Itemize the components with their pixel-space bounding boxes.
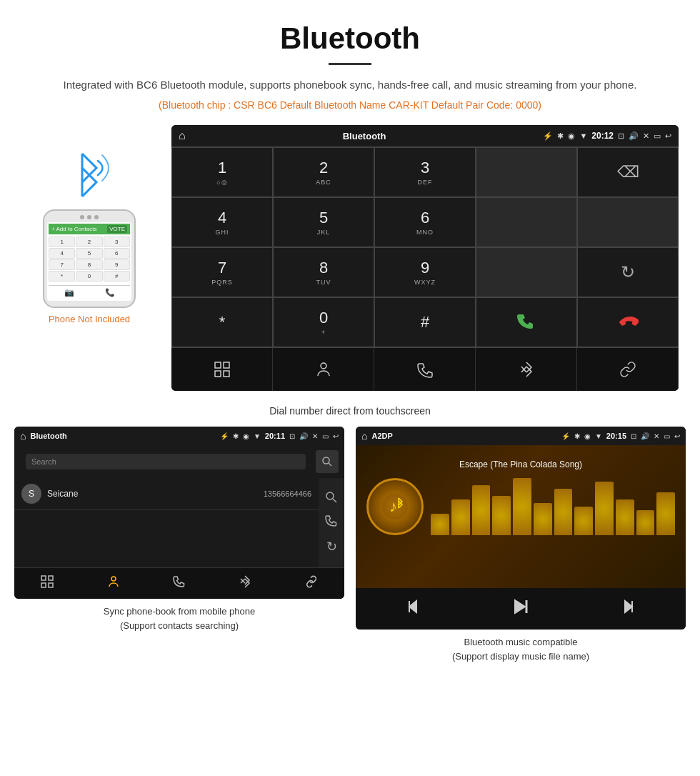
page-title: Bluetooth — [43, 21, 657, 56]
phone-key-hash[interactable]: # — [104, 271, 130, 282]
eq-bar-7 — [574, 507, 593, 535]
eq-bar-10 — [636, 510, 655, 535]
phone-key-8[interactable]: 8 — [76, 259, 102, 270]
music-camera-icon[interactable]: ⊡ — [631, 432, 636, 440]
svg-rect-12 — [41, 576, 46, 580]
monitor-icon[interactable]: ▭ — [654, 131, 661, 141]
dialpad-key-3[interactable]: 3DEF — [374, 147, 476, 197]
music-album-art: ♪ — [366, 478, 424, 535]
pb-bottom-link-icon[interactable] — [279, 568, 344, 599]
phone-key-1[interactable]: 1 — [49, 237, 75, 247]
pb-contact-number: 13566664466 — [264, 489, 311, 498]
pb-camera-icon[interactable]: ⊡ — [289, 432, 295, 440]
music-home-icon[interactable]: ⌂ — [361, 430, 367, 442]
svg-rect-2 — [224, 362, 229, 368]
caption-dial: Dial number direct from touchscreen — [0, 405, 700, 417]
svg-point-5 — [321, 363, 326, 369]
dialpad-key-1[interactable]: 1⌂◎ — [171, 147, 273, 197]
dialpad-key-2[interactable]: 2ABC — [273, 147, 374, 197]
dialpad-key-7[interactable]: 7PQRS — [171, 247, 273, 297]
pb-bottom-person-icon[interactable] — [80, 568, 146, 599]
phone-key-2[interactable]: 2 — [76, 237, 102, 247]
music-prev-btn[interactable] — [406, 597, 426, 621]
dialpad-sync[interactable]: ↻ — [577, 247, 679, 297]
svg-text:♪: ♪ — [389, 497, 397, 515]
phone-key-4[interactable]: 4 — [49, 248, 75, 259]
pb-side-phone-icon[interactable] — [325, 514, 338, 530]
music-next-btn[interactable] — [615, 597, 635, 621]
svg-point-8 — [323, 457, 329, 464]
pb-vol-icon[interactable]: 🔊 — [299, 432, 308, 440]
svg-rect-4 — [224, 371, 229, 377]
phone-key-star[interactable]: * — [49, 271, 75, 282]
dialpad-empty-3 — [577, 197, 679, 247]
music-statusbar: ⌂ A2DP ⚡ ✱ ◉ ▼ 20:15 ⊡ 🔊 ✕ ▭ ↩ — [356, 427, 686, 445]
dialpad-key-star[interactable]: * — [171, 297, 273, 347]
pb-search-placeholder: Search — [31, 457, 56, 466]
bluetooth-signal-graphic — [61, 146, 118, 204]
dialpad-empty-1 — [476, 147, 577, 197]
pb-side-search-icon[interactable] — [325, 491, 338, 507]
dialpad-key-hash[interactable]: # — [374, 297, 476, 347]
close-screen-icon[interactable]: ✕ — [643, 131, 649, 141]
bottom-icon-phone[interactable] — [374, 348, 476, 391]
pb-close-icon[interactable]: ✕ — [312, 432, 318, 440]
page-header: Bluetooth Integrated with BC6 Bluetooth … — [0, 0, 700, 118]
phonebook-col: ⌂ Bluetooth ⚡ ✱ ◉ ▼ 20:11 ⊡ 🔊 ✕ ▭ ↩ Sear… — [14, 427, 344, 663]
phonebook-screen: ⌂ Bluetooth ⚡ ✱ ◉ ▼ 20:11 ⊡ 🔊 ✕ ▭ ↩ Sear… — [14, 427, 344, 599]
music-monitor-icon[interactable]: ▭ — [664, 432, 670, 440]
pb-search-bar[interactable]: Search — [26, 454, 306, 469]
music-vol-icon[interactable]: 🔊 — [641, 432, 649, 440]
bottom-icon-bluetooth[interactable] — [476, 348, 577, 391]
phone-key-9[interactable]: 9 — [104, 259, 130, 270]
dialpad-call-red[interactable] — [577, 297, 679, 347]
dialpad-key-9[interactable]: 9WXYZ — [374, 247, 476, 297]
phone-key-3[interactable]: 3 — [104, 237, 130, 247]
bottom-icon-grid[interactable] — [171, 348, 273, 391]
svg-marker-22 — [409, 601, 416, 612]
pb-search-icon[interactable] — [316, 450, 339, 473]
home-icon[interactable]: ⌂ — [179, 129, 186, 142]
music-playpause-btn[interactable] — [511, 597, 531, 621]
back-icon[interactable]: ↩ — [665, 131, 671, 141]
dialpad-key-5[interactable]: 5JKL — [273, 197, 374, 247]
pb-bt-icon: ✱ — [233, 432, 239, 440]
pb-statusbar: ⌂ Bluetooth ⚡ ✱ ◉ ▼ 20:11 ⊡ 🔊 ✕ ▭ ↩ — [14, 427, 344, 445]
phone-screen-topbar: + Add to Contacts VOTE — [49, 224, 130, 234]
pb-time: 20:11 — [265, 432, 285, 440]
volume-icon[interactable]: 🔊 — [629, 131, 639, 141]
pb-bottom-grid-icon[interactable] — [14, 568, 80, 599]
camera-icon[interactable]: ⊡ — [618, 131, 624, 141]
signal-icon: ▼ — [579, 131, 587, 140]
dialpad-key-4[interactable]: 4GHI — [171, 197, 273, 247]
phone-screen-btn: VOTE — [107, 225, 127, 233]
pb-home-icon[interactable]: ⌂ — [20, 430, 26, 442]
phone-not-included-label: Phone Not Included — [49, 314, 130, 324]
dialpad-backspace[interactable]: ⌫ — [577, 147, 679, 197]
pb-monitor-icon[interactable]: ▭ — [322, 432, 329, 440]
music-loc-icon: ◉ — [584, 432, 591, 440]
phone-key-5[interactable]: 5 — [76, 248, 102, 259]
dialpad-key-8[interactable]: 8TUV — [273, 247, 374, 297]
music-back-icon[interactable]: ↩ — [674, 432, 680, 440]
music-close-icon[interactable]: ✕ — [654, 432, 659, 440]
pb-bottom-bt-icon[interactable] — [212, 568, 278, 599]
time-display: 20:12 — [591, 131, 614, 141]
pb-bottom-phone-icon[interactable] — [146, 568, 212, 599]
eq-bar-6 — [554, 489, 573, 535]
eq-bar-4 — [513, 478, 531, 535]
phone-mockup: + Add to Contacts VOTE 1 2 3 4 5 6 7 8 9… — [43, 209, 136, 308]
phone-key-7[interactable]: 7 — [49, 259, 75, 270]
car-screen-dial: ⌂ Bluetooth ⚡ ✱ ◉ ▼ 20:12 ⊡ 🔊 ✕ ▭ ↩ — [171, 125, 679, 391]
eq-bar-5 — [534, 503, 552, 535]
pb-side-sync-icon[interactable]: ↻ — [326, 539, 337, 554]
bottom-icon-person[interactable] — [273, 348, 374, 391]
dialpad-key-0[interactable]: 0+ — [273, 297, 374, 347]
phone-key-6[interactable]: 6 — [104, 248, 130, 259]
bottom-icon-link[interactable] — [577, 348, 679, 391]
dialpad-key-6[interactable]: 6MNO — [374, 197, 476, 247]
phone-key-0[interactable]: 0 — [76, 271, 102, 282]
pb-back-icon[interactable]: ↩ — [333, 432, 339, 440]
pb-contact-row[interactable]: S Seicane 13566664466 — [14, 478, 319, 510]
dialpad-call-green[interactable] — [476, 297, 577, 347]
